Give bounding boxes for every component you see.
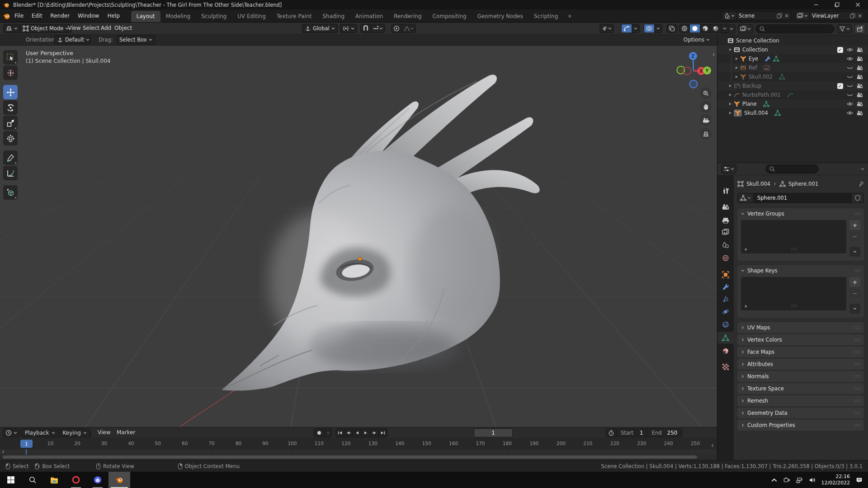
disclosure-closed[interactable] [733, 56, 740, 62]
outliner-row-backup[interactable]: 3Backup✓ [717, 81, 868, 90]
3d-viewport[interactable]: User Perspective (1) Scene Collection | … [0, 46, 717, 427]
visibility-slot[interactable] [845, 65, 855, 71]
close-button[interactable] [847, 0, 868, 9]
remove-item-button[interactable]: − [849, 288, 860, 298]
menu-edit[interactable]: Edit [28, 13, 46, 19]
new-scene-icon[interactable] [776, 13, 783, 19]
play-button[interactable] [362, 429, 370, 437]
shading-rendered[interactable] [711, 24, 721, 33]
autokey-toggle[interactable] [314, 429, 325, 437]
disclosure-closed[interactable] [733, 65, 740, 71]
navigation-gizmo[interactable]: Z X Y [674, 48, 714, 89]
blender-menu-icon[interactable] [3, 12, 10, 20]
properties-tab-tool[interactable] [717, 184, 734, 197]
render-visibility-slot[interactable] [855, 74, 865, 80]
timeline-sidebar-icon[interactable] [711, 444, 714, 447]
list-expand-icon[interactable] [744, 248, 748, 251]
minimize-button[interactable] [806, 0, 826, 9]
jump-to-end-button[interactable] [379, 429, 387, 437]
transform-orientation-dropdown[interactable]: Global [302, 24, 338, 33]
disclosure-closed[interactable] [726, 83, 734, 89]
visibility-slot[interactable] [845, 56, 855, 62]
tab-texture-paint[interactable]: Texture Paint [271, 11, 317, 22]
overlays-dropdown[interactable] [655, 24, 662, 33]
falloff-dropdown[interactable] [402, 24, 415, 33]
specials-dropdown[interactable] [849, 304, 860, 314]
outliner-row-scene collection[interactable]: Scene Collection [717, 36, 868, 45]
render-visibility-slot[interactable] [855, 83, 865, 89]
editor-type-properties[interactable] [721, 164, 736, 174]
keying-menu[interactable]: Keying [59, 429, 90, 437]
panel-header-custom-properties[interactable]: Custom Properties [737, 420, 864, 431]
render-visibility-slot[interactable] [855, 92, 865, 98]
render-visibility-slot[interactable] [855, 65, 865, 71]
channel-expand-icon[interactable] [1, 450, 5, 454]
taskbar-clock[interactable]: 22:16 12/02/2022 [821, 474, 850, 487]
render-visibility-slot[interactable] [855, 56, 865, 62]
breadcrumb-object[interactable]: Skull.004 [746, 181, 770, 187]
tab-geometry-nodes[interactable]: Geometry Nodes [472, 11, 528, 22]
prev-keyframe-button[interactable] [344, 429, 353, 437]
render-visibility-slot[interactable] [855, 47, 865, 53]
drag-grip-icon[interactable] [854, 373, 860, 380]
jump-to-start-button[interactable] [336, 429, 344, 437]
drag-grip-icon[interactable] [854, 349, 860, 355]
add-item-button[interactable]: + [849, 220, 860, 230]
drag-grip-icon[interactable] [854, 361, 860, 367]
timeline-track-area[interactable] [0, 449, 717, 455]
drag-grip-icon[interactable] [854, 211, 860, 217]
network-icon[interactable] [796, 477, 803, 483]
list-box[interactable] [741, 220, 846, 253]
tab-animation[interactable]: Animation [350, 11, 388, 22]
timeline-marker-menu[interactable]: Marker [112, 429, 140, 436]
properties-tab-world[interactable] [717, 252, 734, 264]
play-reverse-button[interactable] [353, 429, 362, 437]
tool-add-cube[interactable] [3, 185, 18, 200]
taskbar-search[interactable] [22, 472, 43, 488]
drag-grip-icon[interactable] [854, 267, 860, 274]
current-frame-marker[interactable]: 1 [20, 440, 33, 448]
drag-grip-icon[interactable] [854, 324, 860, 331]
start-frame-field[interactable]: Start1 [617, 429, 648, 437]
properties-tab-output[interactable] [717, 214, 734, 226]
checkbox-slot[interactable]: ✓ [835, 47, 845, 53]
visibility-dropdown[interactable] [599, 24, 614, 33]
taskbar-opera-gx[interactable] [65, 472, 87, 488]
options-dropdown[interactable]: Options [684, 37, 710, 43]
specials-dropdown[interactable] [849, 247, 860, 257]
tab-sculpting[interactable]: Sculpting [196, 11, 232, 22]
taskbar-blender[interactable] [108, 472, 130, 488]
properties-tab-scene[interactable] [717, 239, 734, 251]
properties-tab-object-data[interactable] [717, 332, 734, 344]
new-layer-icon[interactable] [849, 13, 856, 19]
disclosure-closed[interactable] [726, 101, 734, 107]
menu-window[interactable]: Window [74, 13, 103, 19]
pivot-point-dropdown[interactable] [340, 24, 357, 33]
add-item-button[interactable]: + [849, 277, 860, 287]
list-resize-grip-icon[interactable] [791, 303, 797, 309]
mesh-datablock-dropdown[interactable] [737, 193, 754, 203]
tab-modeling[interactable]: Modeling [160, 11, 196, 22]
outliner-row-ref[interactable]: Ref [717, 63, 868, 72]
properties-tab-texture[interactable] [717, 361, 734, 373]
visibility-slot[interactable] [845, 101, 855, 107]
properties-search-input[interactable] [765, 164, 819, 174]
tab-rendering[interactable]: Rendering [388, 11, 427, 22]
zoom-button[interactable] [700, 87, 712, 99]
drag-grip-icon[interactable] [854, 385, 860, 392]
action-center-icon[interactable] [856, 477, 863, 483]
object-menu[interactable]: Object [110, 25, 137, 31]
remove-item-button[interactable]: − [849, 231, 860, 241]
tool-annotate[interactable] [3, 150, 18, 165]
model-skull[interactable] [206, 54, 556, 407]
visibility-slot[interactable] [845, 47, 855, 53]
breadcrumb-data[interactable]: Sphere.001 [788, 181, 818, 187]
panel-header-vertex-colors[interactable]: Vertex Colors [737, 334, 864, 345]
panel-header-uv-maps[interactable]: UV Maps [737, 322, 864, 333]
taskbar-discord[interactable] [87, 472, 108, 488]
outliner-row-nurbspath-001[interactable]: NurbsPath.001 [717, 90, 868, 99]
list-resize-grip-icon[interactable] [791, 246, 797, 252]
panel-header-vertex-groups[interactable]: Vertex Groups [737, 208, 864, 219]
scrollbar-thumb[interactable] [3, 455, 697, 459]
drag-grip-icon[interactable] [854, 337, 860, 343]
